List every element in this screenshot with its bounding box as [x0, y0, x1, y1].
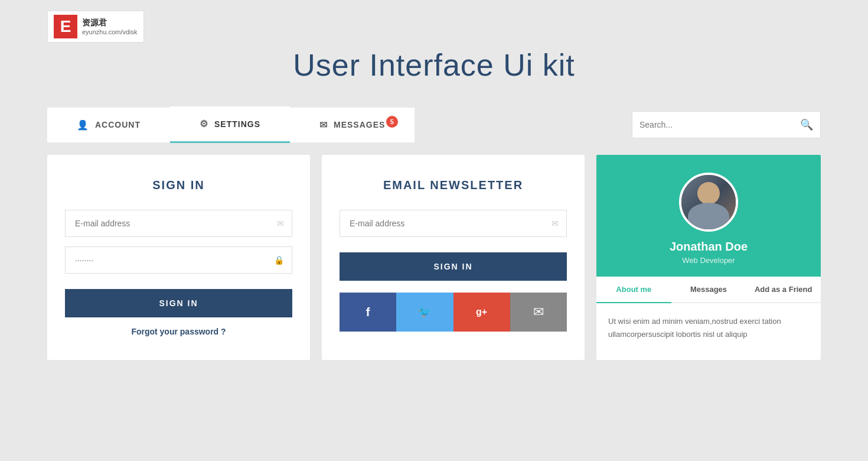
profile-card: Jonathan Doe Web Developer About me Mess… — [596, 155, 821, 360]
lock-icon: 🔒 — [274, 255, 284, 265]
social-buttons: f 🐦 g+ ✉ — [340, 293, 567, 332]
tab-settings[interactable]: ⚙ SETTINGS — [170, 106, 290, 143]
newsletter-title: EMAIL NEWSLETTER — [340, 178, 567, 192]
main-content: SIGN IN ✉ 🔒 SIGN IN Forgot your password… — [47, 155, 821, 360]
signin-email-input[interactable] — [65, 210, 292, 237]
profile-role: Web Developer — [682, 256, 735, 265]
forgot-password-link[interactable]: Forgot your password ? — [65, 327, 292, 336]
email-icon: ✉ — [277, 219, 284, 228]
messages-badge: 5 — [386, 116, 398, 128]
newsletter-signin-button[interactable]: SIGN IN — [340, 252, 567, 281]
signin-title: SIGN IN — [65, 178, 292, 192]
search-button[interactable]: 🔍 — [800, 118, 813, 131]
tab-account-label: ACCOUNT — [95, 120, 141, 129]
profile-content: Ut wisi enim ad minim veniam,nostrud exe… — [596, 303, 821, 360]
avatar — [679, 173, 738, 232]
envelope-icon: ✉ — [319, 119, 328, 131]
signin-button[interactable]: SIGN IN — [65, 289, 292, 317]
logo: E 资源君 eyunzhu.com/vdisk — [47, 11, 144, 43]
profile-tab-add-friend[interactable]: Add as a Friend — [746, 277, 821, 303]
email-group: ✉ — [65, 210, 292, 237]
newsletter-email-icon: ✉ — [552, 219, 559, 228]
password-group: 🔒 — [65, 246, 292, 274]
facebook-button[interactable]: f — [340, 293, 396, 332]
profile-name: Jonathan Doe — [670, 240, 748, 254]
signin-card: SIGN IN ✉ 🔒 SIGN IN Forgot your password… — [47, 155, 310, 360]
search-input[interactable] — [639, 120, 800, 129]
gear-icon: ⚙ — [200, 118, 208, 129]
tab-messages[interactable]: ✉ MESSAGES 5 — [290, 108, 415, 142]
newsletter-card: EMAIL NEWSLETTER ✉ SIGN IN f 🐦 g+ ✉ — [322, 155, 585, 360]
facebook-icon: f — [366, 306, 370, 319]
twitter-icon: 🐦 — [418, 306, 431, 319]
email-social-icon: ✉ — [533, 304, 544, 320]
person-icon: 👤 — [77, 119, 89, 131]
tab-settings-label: SETTINGS — [214, 119, 260, 129]
nav-tabs-container: 👤 ACCOUNT ⚙ SETTINGS ✉ MESSAGES 5 🔍 — [47, 106, 821, 143]
googleplus-button[interactable]: g+ — [453, 293, 510, 332]
logo-url: eyunzhu.com/vdisk — [82, 28, 138, 35]
profile-tab-about[interactable]: About me — [596, 277, 671, 303]
tab-account[interactable]: 👤 ACCOUNT — [47, 108, 170, 142]
googleplus-icon: g+ — [476, 307, 487, 317]
signin-password-input[interactable] — [65, 246, 292, 274]
profile-bio: Ut wisi enim ad minim veniam,nostrud exe… — [608, 315, 809, 341]
profile-tabs: About me Messages Add as a Friend — [596, 277, 821, 303]
avatar-image — [681, 175, 736, 229]
page-title: User Interface Ui kit — [0, 47, 868, 83]
logo-letter: E — [54, 15, 77, 38]
newsletter-email-input[interactable] — [340, 210, 567, 237]
twitter-button[interactable]: 🐦 — [396, 293, 453, 332]
logo-name: 资源君 — [82, 18, 138, 28]
newsletter-email-group: ✉ — [340, 210, 567, 237]
email-social-button[interactable]: ✉ — [510, 293, 567, 332]
search-bar[interactable]: 🔍 — [632, 111, 821, 138]
profile-tab-messages[interactable]: Messages — [671, 277, 746, 303]
tab-messages-label: MESSAGES — [334, 120, 385, 129]
profile-header: Jonathan Doe Web Developer — [596, 155, 821, 277]
